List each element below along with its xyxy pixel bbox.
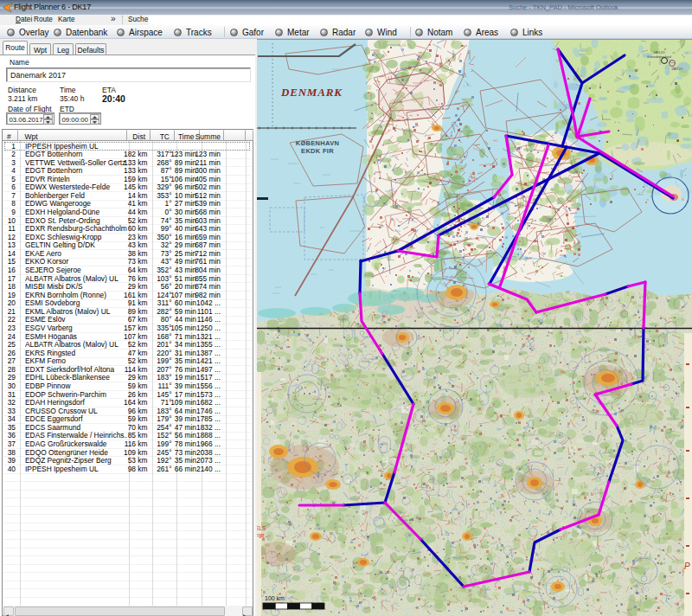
svg-text:EKDK FIR: EKDK FIR bbox=[301, 147, 334, 155]
svg-text:KØBENHAVN: KØBENHAVN bbox=[296, 139, 339, 147]
svg-text:DENMARK: DENMARK bbox=[280, 86, 343, 99]
svg-text:Kronobergshed: Kronobergshed bbox=[647, 55, 670, 59]
svg-text:P: P bbox=[684, 561, 690, 571]
svg-text:100 km: 100 km bbox=[265, 595, 285, 601]
svg-text:VÄXJÖ: VÄXJÖ bbox=[671, 67, 682, 71]
